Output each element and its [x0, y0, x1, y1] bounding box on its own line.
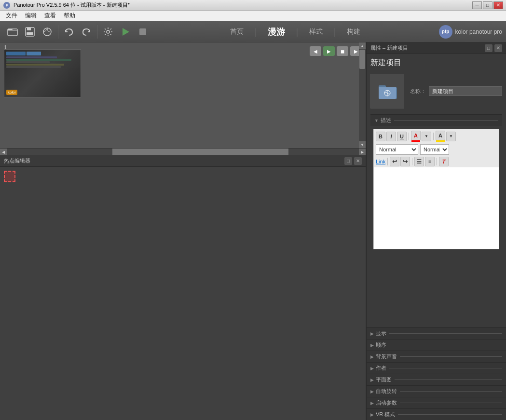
svg-point-8 [107, 30, 109, 33]
h-scroll-thumb[interactable] [112, 149, 288, 155]
toolbar-redo-button[interactable] [79, 24, 94, 40]
right-panel-restore-btn[interactable]: □ [485, 44, 492, 52]
section-audio-line [400, 356, 502, 357]
main-toolbar: 首页 ｜ 漫游 ｜ 样式 ｜ 构建 ptp kolor panotour pro [0, 21, 506, 42]
name-input[interactable] [429, 86, 502, 96]
bg-color-group: A [436, 131, 445, 142]
toolbar-undo-button[interactable] [61, 24, 77, 40]
section-floorplan-arrow: ▶ [370, 378, 374, 382]
preview-thumbnail[interactable]: kolor [4, 49, 81, 97]
section-startup-line [400, 403, 502, 403]
rt-underline-btn[interactable]: U [397, 132, 407, 141]
section-display-line [389, 333, 502, 334]
thumb-inner: kolor [4, 50, 81, 97]
rt-content-area[interactable] [373, 167, 499, 249]
preview-play-btn[interactable]: ▶ [323, 46, 335, 56]
section-floorplan[interactable]: ▶ 平面图 [367, 374, 506, 385]
rich-editor-toolbar-1: B I U A ▼ A ▼ [373, 129, 499, 143]
svg-rect-3 [8, 29, 17, 36]
rt-bg-dropdown-btn[interactable]: ▼ [446, 132, 456, 141]
name-field-row: 名称： [410, 86, 502, 96]
scroll-down-btn[interactable]: ▼ [359, 141, 366, 148]
h-scroll-right-btn[interactable]: ▶ [359, 149, 366, 155]
toolbar-stop-button[interactable] [135, 24, 150, 40]
toolbar-open-button[interactable] [5, 24, 20, 40]
section-autorotate[interactable]: ▶ 自动旋转 [367, 385, 506, 397]
hot-editor-header: 热点编辑器 □ ✕ [0, 155, 366, 167]
h-scroll-left-btn[interactable]: ◀ [0, 149, 7, 155]
hot-editor-controls: □ ✕ [344, 157, 362, 165]
logo-text: kolor panotour pro [455, 28, 502, 35]
nav-tab-home[interactable]: 首页 [222, 26, 251, 38]
section-order-arrow: ▶ [370, 343, 374, 348]
toolbar-sep-2 [97, 25, 97, 39]
right-panel-close-btn[interactable]: ✕ [494, 44, 502, 52]
project-image-box[interactable] [370, 74, 404, 108]
rt-remove-format-btn[interactable]: T [439, 157, 449, 166]
section-author-label: 作者 [376, 365, 386, 372]
rt-sep-4 [412, 158, 412, 165]
nav-tab-tour[interactable]: 漫游 [260, 24, 293, 40]
close-button[interactable]: ✕ [493, 1, 503, 9]
kolor-badge: kolor [6, 90, 17, 95]
rt-list-ol-btn[interactable]: ≡ [425, 157, 435, 166]
rt-sep-1 [409, 133, 409, 140]
description-section: B I U A ▼ A ▼ [370, 126, 502, 252]
project-image-row: 名称： [370, 74, 502, 108]
rt-undo-btn[interactable]: ↩ [390, 157, 399, 166]
rt-list-ul-btn[interactable]: ☰ [414, 157, 424, 166]
nav-tab-style[interactable]: 样式 [301, 26, 330, 38]
menu-file[interactable]: 文件 [2, 11, 21, 21]
section-floorplan-line [395, 379, 502, 380]
section-display-label: 显示 [376, 330, 386, 337]
hot-editor-panel: 热点编辑器 □ ✕ [0, 155, 366, 420]
scroll-up-btn[interactable]: ▲ [359, 42, 366, 49]
toolbar-play-button[interactable] [118, 24, 133, 40]
section-startup-label: 启动参数 [376, 399, 397, 406]
menu-help[interactable]: 帮助 [60, 11, 79, 21]
right-panel-title: 属性 – 新建项目 [370, 44, 408, 52]
menu-edit[interactable]: 编辑 [21, 11, 41, 21]
hot-editor-close-btn[interactable]: ✕ [354, 157, 362, 165]
section-order-line [389, 345, 502, 345]
right-panel-header-controls: □ ✕ [485, 44, 502, 52]
section-vr[interactable]: ▶ VR 模式 [367, 408, 506, 420]
preview-prev-btn[interactable]: ◀ [310, 46, 321, 56]
font-color-indicator [411, 140, 420, 142]
menu-view[interactable]: 查看 [41, 11, 60, 21]
section-display[interactable]: ▶ 显示 [367, 327, 506, 339]
maximize-button[interactable]: □ [483, 1, 492, 9]
preview-area: 1 kolor [0, 42, 366, 149]
toolbar-save-button[interactable] [22, 24, 38, 40]
section-autorotate-line [400, 391, 502, 392]
scroll-thumb[interactable] [359, 50, 365, 69]
section-order[interactable]: ▶ 顺序 [367, 339, 506, 351]
minimize-button[interactable]: ─ [472, 1, 482, 9]
toolbar-export-button[interactable] [40, 24, 55, 40]
hot-editor-expand-btn[interactable]: □ [344, 157, 352, 165]
rt-redo-btn[interactable]: ↪ [400, 157, 410, 166]
rt-bg-color-btn[interactable]: A [436, 131, 445, 140]
section-audio-arrow: ▶ [370, 354, 374, 359]
rt-color-dropdown-btn[interactable]: ▼ [422, 132, 431, 141]
toolbar-settings-button[interactable] [100, 24, 116, 40]
preview-scrollbar-right[interactable]: ▲ ▼ [359, 42, 366, 148]
svg-marker-9 [123, 28, 129, 36]
rt-font-color-btn[interactable]: A [411, 131, 421, 140]
rt-italic-btn[interactable]: I [386, 132, 396, 141]
description-section-header[interactable]: ▼ 描述 [370, 114, 502, 126]
section-autorotate-label: 自动旋转 [376, 388, 397, 395]
section-author[interactable]: ▶ 作者 [367, 362, 506, 374]
section-audio[interactable]: ▶ 背景声音 [367, 351, 506, 362]
font-size-select[interactable]: Normal [420, 144, 449, 155]
section-startup-arrow: ▶ [370, 401, 374, 406]
preview-stop-btn[interactable]: ◼ [337, 46, 348, 56]
section-startup[interactable]: ▶ 启动参数 [367, 397, 506, 408]
svg-text:P: P [6, 4, 8, 7]
rt-bold-btn[interactable]: B [376, 132, 385, 141]
hot-spot-icon[interactable] [4, 171, 15, 182]
rt-link-btn[interactable]: Link [376, 159, 385, 164]
font-style-select[interactable]: Normal [376, 144, 418, 155]
right-panel-header: 属性 – 新建项目 □ ✕ [367, 42, 506, 54]
nav-tab-build[interactable]: 构建 [339, 26, 368, 38]
